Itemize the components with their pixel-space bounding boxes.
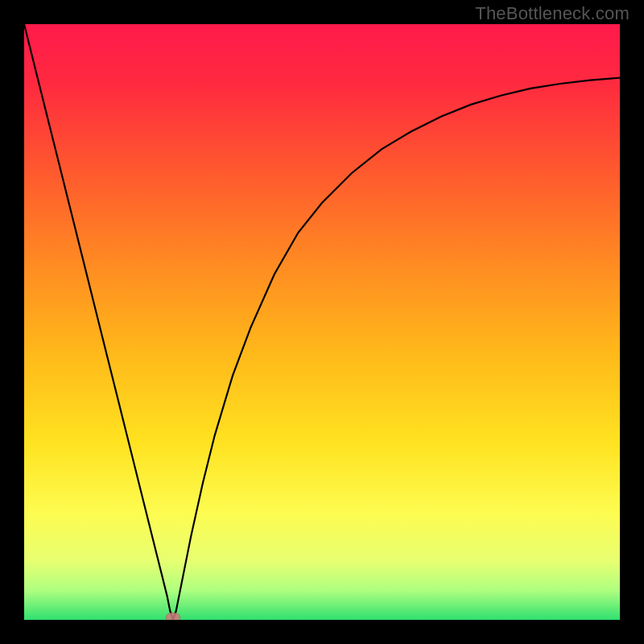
gradient-background — [24, 24, 620, 620]
watermark-text: TheBottleneck.com — [475, 3, 630, 24]
chart-frame: TheBottleneck.com — [0, 0, 644, 644]
plot-area — [24, 24, 620, 620]
plot-svg — [24, 24, 620, 620]
